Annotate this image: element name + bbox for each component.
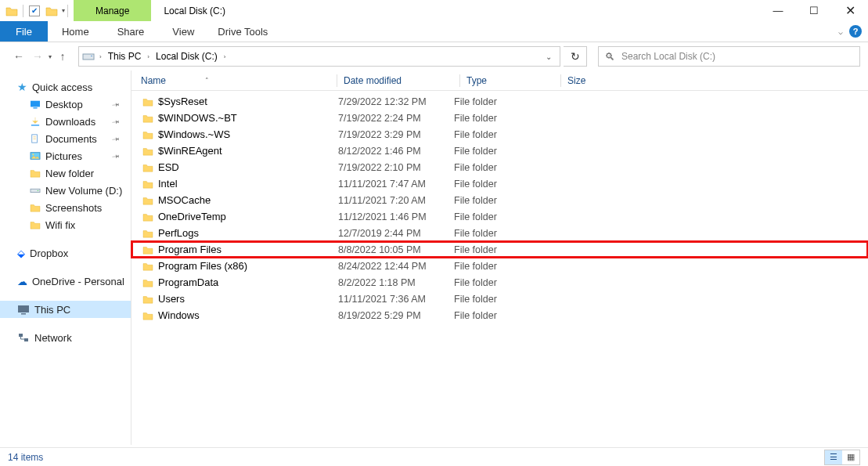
sidebar-item-new-folder[interactable]: New folder <box>0 164 131 182</box>
help-icon[interactable]: ? <box>849 25 862 38</box>
qat-properties-checkbox[interactable]: ✔ <box>26 5 43 16</box>
file-name: Program Files (x86) <box>158 260 247 272</box>
file-date: 7/19/2022 3:29 PM <box>338 129 454 140</box>
sidebar-item-label: Documents <box>45 133 97 145</box>
nav-history-chevron-icon[interactable]: ▾ <box>49 53 52 60</box>
file-type: File folder <box>454 195 548 206</box>
sidebar-item-label: Desktop <box>45 99 83 110</box>
file-row[interactable]: ProgramData8/2/2022 1:18 PMFile folder <box>131 274 868 291</box>
file-row[interactable]: Windows8/19/2022 5:29 PMFile folder <box>131 307 868 323</box>
file-date: 8/24/2022 12:44 PM <box>338 261 454 272</box>
svg-rect-8 <box>31 189 40 192</box>
sidebar-quick-access[interactable]: ★ Quick access <box>0 78 131 96</box>
column-header-size[interactable]: Size <box>567 75 630 86</box>
tab-home[interactable]: Home <box>48 21 103 42</box>
file-name: $WinREAgent <box>158 145 222 157</box>
maximize-button[interactable]: ☐ <box>796 0 832 21</box>
sidebar-item-label: Pictures <box>45 150 82 162</box>
sidebar-this-pc[interactable]: This PC <box>0 301 131 318</box>
file-name: OneDriveTemp <box>158 211 226 222</box>
file-name: ProgramData <box>158 276 218 288</box>
sidebar-item-documents[interactable]: Documents📌︎ <box>0 130 131 147</box>
sidebar-item-new-volume-d-[interactable]: New Volume (D:) <box>0 182 131 199</box>
file-date: 7/19/2022 2:24 PM <box>338 113 454 124</box>
sidebar-item-label: Downloads <box>45 116 95 128</box>
pin-icon: 📌︎ <box>110 150 122 162</box>
file-tab[interactable]: File <box>0 21 48 42</box>
file-date: 7/29/2022 12:32 PM <box>338 96 454 107</box>
chevron-right-icon[interactable]: › <box>221 53 229 60</box>
svg-rect-3 <box>33 107 37 108</box>
file-type: File folder <box>454 162 548 173</box>
contextual-tab-group[interactable]: Manage <box>74 0 151 21</box>
search-box[interactable]: 🔍︎ <box>598 46 860 67</box>
addr-root-chevron-icon[interactable]: › <box>96 53 105 60</box>
svg-rect-0 <box>83 54 94 60</box>
file-name: $SysReset <box>158 96 207 107</box>
file-type: File folder <box>454 129 548 140</box>
sidebar-item-screenshots[interactable]: Screenshots <box>0 199 131 216</box>
quick-access-toolbar: ✔ ▾ <box>0 0 74 21</box>
file-date: 11/12/2021 1:46 PM <box>338 211 454 222</box>
file-row[interactable]: $SysReset7/29/2022 12:32 PMFile folder <box>131 93 868 110</box>
details-view-button[interactable]: ☰ <box>825 450 842 464</box>
nav-back-button[interactable]: ← <box>11 49 27 64</box>
file-row[interactable]: OneDriveTemp11/12/2021 1:46 PMFile folde… <box>131 208 868 225</box>
file-name: MSOCache <box>158 194 211 206</box>
star-icon: ★ <box>17 81 27 93</box>
breadcrumb-this-pc[interactable]: This PC <box>105 47 145 66</box>
file-row[interactable]: $Windows.~WS7/19/2022 3:29 PMFile folder <box>131 126 868 143</box>
file-row[interactable]: Intel11/11/2021 7:47 AMFile folder <box>131 175 868 192</box>
file-type: File folder <box>454 211 548 222</box>
ribbon-tabs: File Home Share View Drive Tools ⌵ ? <box>0 21 868 42</box>
qat-folder-icon[interactable] <box>43 5 60 16</box>
ribbon-collapse-chevron-icon[interactable]: ⌵ <box>838 27 843 36</box>
tab-share[interactable]: Share <box>103 21 159 42</box>
file-row[interactable]: Program Files8/8/2022 10:05 PMFile folde… <box>131 241 868 258</box>
column-header-type[interactable]: Type <box>466 75 560 86</box>
file-type: File folder <box>454 277 548 288</box>
minimize-button[interactable]: — <box>760 0 796 21</box>
chevron-right-icon[interactable]: › <box>144 53 153 60</box>
file-type: File folder <box>454 294 548 305</box>
nav-forward-button[interactable]: → <box>30 49 45 64</box>
breadcrumb-local-disk[interactable]: Local Disk (C:) <box>153 47 221 66</box>
file-row[interactable]: Program Files (x86)8/24/2022 12:44 PMFil… <box>131 258 868 274</box>
refresh-button[interactable]: ↻ <box>564 46 587 67</box>
file-row[interactable]: Users11/11/2021 7:36 AMFile folder <box>131 291 868 307</box>
sidebar-item-pictures[interactable]: Pictures📌︎ <box>0 147 131 164</box>
window-title: Local Disk (C:) <box>151 0 760 21</box>
svg-rect-12 <box>19 334 23 337</box>
file-list: $SysReset7/29/2022 12:32 PMFile folder$W… <box>131 91 868 323</box>
nav-up-button[interactable]: ↑ <box>55 49 70 64</box>
file-name: Users <box>158 293 185 305</box>
file-name: PerfLogs <box>158 227 199 239</box>
sidebar-network[interactable]: Network <box>0 329 131 346</box>
pc-icon <box>17 304 30 315</box>
sidebar-dropbox[interactable]: ⬙ Dropbox <box>0 244 131 262</box>
tab-view[interactable]: View <box>158 21 208 42</box>
sidebar-item-desktop[interactable]: Desktop📌︎ <box>0 96 131 113</box>
file-type: File folder <box>454 244 548 255</box>
address-bar[interactable]: › This PC › Local Disk (C:) › ⌄ <box>78 46 560 67</box>
sidebar-item-downloads[interactable]: Downloads📌︎ <box>0 113 131 130</box>
thumbnails-view-button[interactable]: ▦ <box>842 450 859 464</box>
column-header-date[interactable]: Date modified <box>344 75 459 86</box>
tab-drive-tools[interactable]: Drive Tools <box>208 21 277 42</box>
svg-rect-5 <box>32 135 38 143</box>
sidebar-onedrive[interactable]: ☁ OneDrive - Personal <box>0 273 131 290</box>
address-dropdown-chevron-icon[interactable]: ⌄ <box>541 52 556 61</box>
svg-rect-13 <box>24 338 28 341</box>
file-row[interactable]: $WinREAgent8/12/2022 1:46 PMFile folder <box>131 143 868 159</box>
sidebar-item-wifi-fix[interactable]: Wifi fix <box>0 216 131 233</box>
column-header-name[interactable]: Name ˄ <box>141 75 337 86</box>
close-button[interactable]: ✕ <box>832 0 868 21</box>
main-area: ★ Quick access Desktop📌︎Downloads📌︎Docum… <box>0 70 868 445</box>
search-input[interactable] <box>621 51 853 62</box>
file-row[interactable]: ESD7/19/2022 2:10 PMFile folder <box>131 159 868 175</box>
qat-customize-chevron-icon[interactable]: ▾ <box>62 7 65 14</box>
file-row[interactable]: $WINDOWS.~BT7/19/2022 2:24 PMFile folder <box>131 110 868 126</box>
dropbox-icon: ⬙ <box>17 247 25 259</box>
file-row[interactable]: MSOCache11/11/2021 7:20 AMFile folder <box>131 192 868 208</box>
file-row[interactable]: PerfLogs12/7/2019 2:44 PMFile folder <box>131 225 868 241</box>
